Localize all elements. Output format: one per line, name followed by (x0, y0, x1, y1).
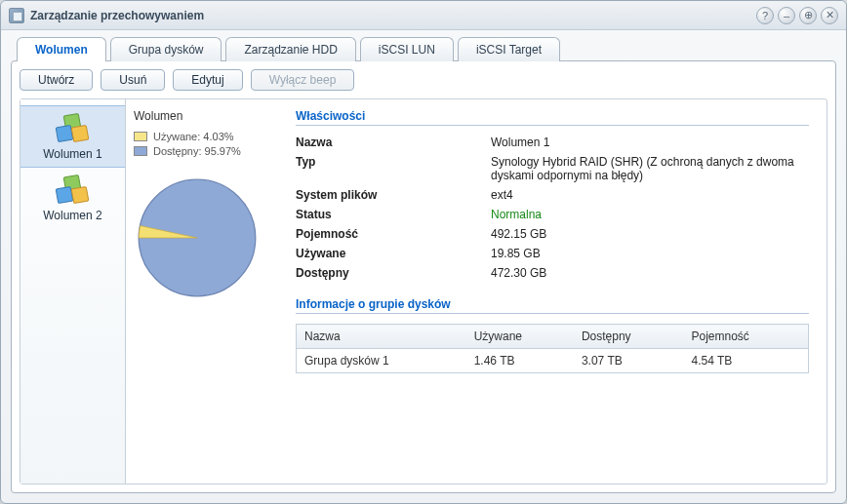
prop-status-key: Status (296, 208, 491, 221)
legend-used: Używane: 4.03% (134, 131, 284, 142)
create-button[interactable]: Utwórz (20, 69, 93, 91)
remove-button[interactable]: Usuń (101, 69, 165, 91)
legend-used-label: Używane: 4.03% (153, 131, 234, 142)
tabs: Wolumen Grupa dysków Zarządzanie HDD iSC… (11, 36, 836, 60)
cell-available: 3.07 TB (574, 349, 684, 373)
volume-icon (55, 175, 92, 205)
details-pane: Właściwości Nazwa Wolumen 1 Typ Synology… (292, 99, 827, 484)
diskgroup-table: Nazwa Używane Dostępny Pojemność Grupa d… (296, 324, 809, 373)
prop-filesystem-key: System plików (296, 188, 491, 202)
cell-name: Grupa dysków 1 (297, 349, 466, 373)
content-area: Wolumen 1 Wolumen 2 Wolumen Uż (20, 98, 827, 485)
cell-capacity: 4.54 TB (683, 349, 808, 373)
close-icon[interactable]: ✕ (821, 7, 838, 24)
properties-grid: Nazwa Wolumen 1 Typ Synology Hybrid RAID… (296, 136, 809, 280)
cell-used: 1.46 TB (466, 349, 574, 373)
table-header-row: Nazwa Używane Dostępny Pojemność (297, 325, 809, 349)
beep-off-button: Wyłącz beep (251, 69, 355, 91)
tab-panel: Utwórz Usuń Edytuj Wyłącz beep Wolumen 1 (11, 60, 836, 493)
sidebar-item-volume-2[interactable]: Wolumen 2 (20, 168, 125, 228)
col-available[interactable]: Dostępny (574, 325, 684, 349)
legend-available: Dostępny: 95.97% (134, 145, 284, 157)
sidebar-item-volume-1[interactable]: Wolumen 1 (20, 105, 125, 168)
maximize-icon[interactable]: ⊕ (799, 7, 817, 24)
tab-hdd-management[interactable]: Zarządzanie HDD (225, 37, 355, 61)
minimize-icon[interactable]: – (778, 7, 795, 24)
main-area: Wolumen Używane: 4.03% Dostępny: 95.97% (126, 99, 827, 484)
volume-icon (55, 114, 92, 143)
storage-manager-window: Zarządzanie przechowywaniem ? – ⊕ ✕ Wolu… (0, 0, 847, 504)
titlebar: Zarządzanie przechowywaniem ? – ⊕ ✕ (1, 1, 846, 30)
col-used[interactable]: Używane (466, 325, 574, 349)
help-icon[interactable]: ? (756, 7, 774, 24)
prop-type-value: Synology Hybrid RAID (SHR) (Z ochroną da… (491, 155, 809, 182)
prop-status-value: Normalna (491, 208, 809, 221)
app-icon (9, 8, 24, 23)
prop-name-value: Wolumen 1 (491, 136, 809, 149)
prop-available-value: 472.30 GB (491, 266, 809, 280)
prop-type-key: Typ (296, 155, 491, 182)
prop-capacity-value: 492.15 GB (491, 227, 809, 241)
prop-available-key: Dostępny (296, 266, 491, 280)
legend-available-label: Dostępny: 95.97% (153, 145, 241, 157)
window-title: Zarządzanie przechowywaniem (30, 9, 752, 22)
window-body: Wolumen Grupa dysków Zarządzanie HDD iSC… (1, 30, 846, 503)
prop-used-value: 19.85 GB (491, 247, 809, 260)
table-row[interactable]: Grupa dysków 1 1.46 TB 3.07 TB 4.54 TB (297, 349, 809, 373)
properties-section-title: Właściwości (296, 109, 809, 126)
swatch-used-icon (134, 132, 147, 141)
usage-pie-chart (134, 174, 261, 301)
col-name[interactable]: Nazwa (297, 325, 466, 349)
sidebar-item-label: Wolumen 2 (24, 209, 121, 222)
prop-used-key: Używane (296, 247, 491, 260)
toolbar: Utwórz Usuń Edytuj Wyłącz beep (20, 69, 827, 91)
summary-title: Wolumen (134, 109, 284, 123)
prop-filesystem-value: ext4 (491, 188, 809, 202)
volume-summary: Wolumen Używane: 4.03% Dostępny: 95.97% (126, 99, 292, 484)
tab-iscsi-lun[interactable]: iSCSI LUN (360, 37, 454, 61)
diskgroup-section-title: Informacje o grupie dysków (296, 297, 809, 314)
tab-volume[interactable]: Wolumen (17, 37, 106, 61)
tab-iscsi-target[interactable]: iSCSI Target (458, 37, 560, 61)
volume-sidebar: Wolumen 1 Wolumen 2 (20, 99, 126, 484)
prop-name-key: Nazwa (296, 136, 491, 149)
edit-button[interactable]: Edytuj (173, 69, 242, 91)
prop-capacity-key: Pojemność (296, 227, 491, 241)
swatch-available-icon (134, 146, 147, 156)
sidebar-item-label: Wolumen 1 (24, 147, 121, 161)
tab-disk-group[interactable]: Grupa dysków (110, 37, 222, 61)
col-capacity[interactable]: Pojemność (683, 325, 808, 349)
